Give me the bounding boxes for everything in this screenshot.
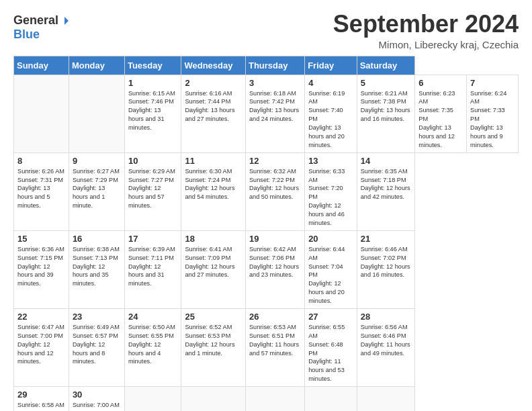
day-number: 9 <box>73 156 121 166</box>
calendar-day-cell <box>69 75 124 152</box>
day-detail: Sunrise: 6:21 AMSunset: 7:38 PMDaylight:… <box>361 90 410 123</box>
day-detail: Sunrise: 6:56 AMSunset: 6:46 PMDaylight:… <box>361 324 410 357</box>
day-detail: Sunrise: 6:38 AMSunset: 7:13 PMDaylight:… <box>73 246 120 287</box>
day-detail: Sunrise: 6:55 AMSunset: 6:48 PMDaylight:… <box>308 324 345 382</box>
calendar-day-cell: 6 Sunrise: 6:23 AMSunset: 7:35 PMDayligh… <box>415 75 467 152</box>
day-detail: Sunrise: 6:50 AMSunset: 6:55 PMDaylight:… <box>128 324 175 365</box>
calendar-week-row: 8 Sunrise: 6:26 AMSunset: 7:31 PMDayligh… <box>14 152 519 230</box>
day-detail: Sunrise: 6:46 AMSunset: 7:02 PMDaylight:… <box>361 246 410 279</box>
day-number: 16 <box>73 234 121 244</box>
day-detail: Sunrise: 6:47 AMSunset: 7:00 PMDaylight:… <box>17 324 64 365</box>
calendar-day-cell: 9 Sunrise: 6:27 AMSunset: 7:29 PMDayligh… <box>69 152 124 230</box>
calendar-day-cell: 29 Sunrise: 6:58 AMSunset: 6:44 PMDaylig… <box>14 387 69 411</box>
day-detail: Sunrise: 6:39 AMSunset: 7:11 PMDaylight:… <box>128 246 175 287</box>
day-number: 10 <box>128 156 178 166</box>
page-header: General Blue September 2024 Mimon, Liber… <box>13 11 519 50</box>
calendar-day-cell: 15 Sunrise: 6:36 AMSunset: 7:15 PMDaylig… <box>14 230 69 308</box>
calendar-day-cell: 20 Sunrise: 6:44 AMSunset: 7:04 PMDaylig… <box>305 230 357 308</box>
calendar-day-cell: 3 Sunrise: 6:18 AMSunset: 7:42 PMDayligh… <box>245 75 304 152</box>
calendar-week-row: 1 Sunrise: 6:15 AMSunset: 7:46 PMDayligh… <box>14 75 519 152</box>
day-number: 23 <box>73 312 121 322</box>
day-number: 15 <box>17 234 65 244</box>
calendar-week-row: 22 Sunrise: 6:47 AMSunset: 7:00 PMDaylig… <box>14 308 519 386</box>
day-number: 13 <box>308 156 353 166</box>
day-number: 4 <box>308 78 353 88</box>
calendar-day-cell: 27 Sunrise: 6:55 AMSunset: 6:48 PMDaylig… <box>305 308 357 386</box>
calendar-header-row: SundayMondayTuesdayWednesdayThursdayFrid… <box>14 56 519 75</box>
day-detail: Sunrise: 6:33 AMSunset: 7:20 PMDaylight:… <box>308 168 345 226</box>
day-number: 14 <box>361 156 412 166</box>
calendar-day-cell: 25 Sunrise: 6:52 AMSunset: 6:53 PMDaylig… <box>181 308 246 386</box>
day-detail: Sunrise: 6:42 AMSunset: 7:06 PMDaylight:… <box>249 246 299 279</box>
title-section: September 2024 Mimon, Liberecky kraj, Cz… <box>333 11 519 50</box>
day-number: 8 <box>17 156 65 166</box>
day-detail: Sunrise: 6:36 AMSunset: 7:15 PMDaylight:… <box>17 246 64 287</box>
day-number: 22 <box>17 312 65 322</box>
logo-general-text: General <box>13 13 58 28</box>
day-number: 17 <box>128 234 178 244</box>
calendar-day-cell <box>181 387 246 411</box>
day-number: 25 <box>185 312 242 322</box>
day-detail: Sunrise: 6:29 AMSunset: 7:27 PMDaylight:… <box>128 168 175 210</box>
day-detail: Sunrise: 6:53 AMSunset: 6:51 PMDaylight:… <box>249 324 299 357</box>
calendar-day-cell: 23 Sunrise: 6:49 AMSunset: 6:57 PMDaylig… <box>69 308 124 386</box>
calendar-day-cell <box>357 387 415 411</box>
day-number: 30 <box>73 390 121 400</box>
calendar-day-cell: 17 Sunrise: 6:39 AMSunset: 7:11 PMDaylig… <box>124 230 181 308</box>
month-title: September 2024 <box>333 11 519 38</box>
weekday-header: Thursday <box>245 56 304 75</box>
calendar-day-cell: 18 Sunrise: 6:41 AMSunset: 7:09 PMDaylig… <box>181 230 246 308</box>
calendar-day-cell: 7 Sunrise: 6:24 AMSunset: 7:33 PMDayligh… <box>467 75 519 152</box>
day-detail: Sunrise: 6:30 AMSunset: 7:24 PMDaylight:… <box>185 168 234 201</box>
calendar-day-cell: 30 Sunrise: 7:00 AMSunset: 6:42 PMDaylig… <box>69 387 124 411</box>
calendar-day-cell: 28 Sunrise: 6:56 AMSunset: 6:46 PMDaylig… <box>357 308 415 386</box>
calendar-day-cell: 19 Sunrise: 6:42 AMSunset: 7:06 PMDaylig… <box>245 230 304 308</box>
day-detail: Sunrise: 6:15 AMSunset: 7:46 PMDaylight:… <box>128 90 175 132</box>
calendar-day-cell: 22 Sunrise: 6:47 AMSunset: 7:00 PMDaylig… <box>14 308 69 386</box>
day-detail: Sunrise: 6:58 AMSunset: 6:44 PMDaylight:… <box>17 402 64 411</box>
calendar-week-row: 15 Sunrise: 6:36 AMSunset: 7:15 PMDaylig… <box>14 230 519 308</box>
day-detail: Sunrise: 6:44 AMSunset: 7:04 PMDaylight:… <box>308 246 345 304</box>
day-detail: Sunrise: 6:26 AMSunset: 7:31 PMDaylight:… <box>17 168 64 210</box>
calendar-day-cell: 5 Sunrise: 6:21 AMSunset: 7:38 PMDayligh… <box>357 75 415 152</box>
day-detail: Sunrise: 6:35 AMSunset: 7:18 PMDaylight:… <box>361 168 410 201</box>
calendar-day-cell <box>245 387 304 411</box>
day-number: 11 <box>185 156 242 166</box>
logo-icon <box>60 16 69 26</box>
location-title: Mimon, Liberecky kraj, Czechia <box>333 39 519 50</box>
weekday-header: Sunday <box>14 56 69 75</box>
calendar-day-cell: 1 Sunrise: 6:15 AMSunset: 7:46 PMDayligh… <box>124 75 181 152</box>
day-detail: Sunrise: 6:27 AMSunset: 7:29 PMDaylight:… <box>73 168 120 210</box>
calendar-day-cell <box>124 387 181 411</box>
day-detail: Sunrise: 6:32 AMSunset: 7:22 PMDaylight:… <box>249 168 299 201</box>
weekday-header: Monday <box>69 56 124 75</box>
weekday-header: Friday <box>305 56 357 75</box>
day-detail: Sunrise: 6:49 AMSunset: 6:57 PMDaylight:… <box>73 324 120 365</box>
day-number: 1 <box>128 78 178 88</box>
calendar-day-cell <box>305 387 357 411</box>
day-number: 21 <box>361 234 412 244</box>
calendar-day-cell: 14 Sunrise: 6:35 AMSunset: 7:18 PMDaylig… <box>357 152 415 230</box>
weekday-header: Wednesday <box>181 56 246 75</box>
day-detail: Sunrise: 6:23 AMSunset: 7:35 PMDaylight:… <box>418 90 455 148</box>
day-detail: Sunrise: 6:16 AMSunset: 7:44 PMDaylight:… <box>185 90 234 123</box>
calendar-day-cell: 21 Sunrise: 6:46 AMSunset: 7:02 PMDaylig… <box>357 230 415 308</box>
calendar-day-cell: 24 Sunrise: 6:50 AMSunset: 6:55 PMDaylig… <box>124 308 181 386</box>
calendar-day-cell: 11 Sunrise: 6:30 AMSunset: 7:24 PMDaylig… <box>181 152 246 230</box>
day-detail: Sunrise: 6:19 AMSunset: 7:40 PMDaylight:… <box>308 90 345 148</box>
calendar-day-cell: 12 Sunrise: 6:32 AMSunset: 7:22 PMDaylig… <box>245 152 304 230</box>
calendar-day-cell: 16 Sunrise: 6:38 AMSunset: 7:13 PMDaylig… <box>69 230 124 308</box>
day-number: 27 <box>308 312 353 322</box>
calendar-day-cell: 8 Sunrise: 6:26 AMSunset: 7:31 PMDayligh… <box>14 152 69 230</box>
day-number: 3 <box>249 78 301 88</box>
calendar-day-cell: 4 Sunrise: 6:19 AMSunset: 7:40 PMDayligh… <box>305 75 357 152</box>
logo: General Blue <box>13 13 69 42</box>
logo-blue-text: Blue <box>13 28 40 42</box>
calendar-day-cell: 26 Sunrise: 6:53 AMSunset: 6:51 PMDaylig… <box>245 308 304 386</box>
day-number: 19 <box>249 234 301 244</box>
calendar-week-row: 29 Sunrise: 6:58 AMSunset: 6:44 PMDaylig… <box>14 387 519 411</box>
day-detail: Sunrise: 6:24 AMSunset: 7:33 PMDaylight:… <box>470 90 506 148</box>
day-number: 2 <box>185 78 242 88</box>
day-number: 24 <box>128 312 178 322</box>
day-number: 29 <box>17 390 65 400</box>
